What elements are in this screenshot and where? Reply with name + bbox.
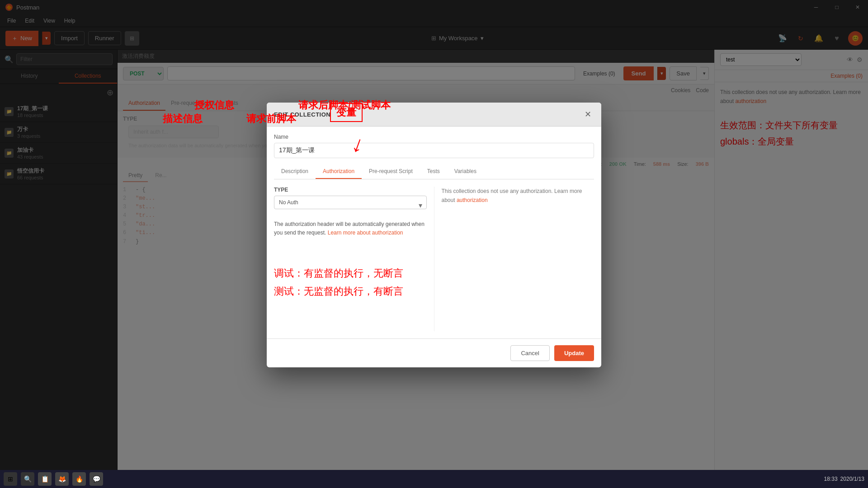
search-taskbar-icon[interactable]: 🔍 xyxy=(21,472,34,486)
edit-collection-modal: EDIT COLLECTION ✕ Name Description Autho… xyxy=(267,103,601,367)
modal-title: EDIT COLLECTION xyxy=(274,111,330,118)
type-select-wrapper: No Auth Basic Auth Bearer Token OAuth 2.… xyxy=(274,196,427,215)
name-label: Name xyxy=(274,134,594,140)
windows-icon[interactable]: ⊞ xyxy=(4,472,17,486)
modal-tab-prerequest[interactable]: Pre-request Script xyxy=(362,164,420,179)
taskbar-right: 18:33 2020/1/13 xyxy=(824,476,864,482)
modal-footer: Cancel Update xyxy=(267,338,601,367)
modal-tab-variables[interactable]: Variables xyxy=(447,164,484,179)
taskbar-app-1[interactable]: 📋 xyxy=(38,472,52,486)
modal-tabs: Description Authorization Pre-request Sc… xyxy=(274,164,594,179)
modal-header: EDIT COLLECTION ✕ xyxy=(267,103,601,127)
modal-right-panel: This collection does not use any authori… xyxy=(434,187,594,331)
taskbar-app-3[interactable]: 🔥 xyxy=(72,472,86,486)
update-button[interactable]: Update xyxy=(554,345,594,361)
annotation-debug: 调试：有监督的执行，无断言 xyxy=(274,264,427,282)
modal-close-button[interactable]: ✕ xyxy=(581,108,594,121)
modal-content-split: TYPE No Auth Basic Auth Bearer Token OAu… xyxy=(274,187,594,331)
learn-more-link[interactable]: Learn more about authorization xyxy=(328,230,403,236)
auth-type-select[interactable]: No Auth Basic Auth Bearer Token OAuth 2.… xyxy=(274,196,427,209)
modal-right-text: This collection does not use any authori… xyxy=(442,187,594,205)
type-label: TYPE xyxy=(274,187,427,193)
taskbar-date: 2020/1/13 xyxy=(840,476,864,482)
modal-tab-description[interactable]: Description xyxy=(274,164,316,179)
auth-helper-text: The authorization header will be automat… xyxy=(274,220,427,237)
annotation-test: 测试：无监督的执行，有断言 xyxy=(274,282,427,300)
modal-left-panel: TYPE No Auth Basic Auth Bearer Token OAu… xyxy=(274,187,434,331)
cancel-button[interactable]: Cancel xyxy=(510,345,549,361)
taskbar: ⊞ 🔍 📋 🦊 🔥 💬 18:33 2020/1/13 xyxy=(0,470,868,488)
taskbar-app-2[interactable]: 🦊 xyxy=(55,472,69,486)
taskbar-app-4[interactable]: 💬 xyxy=(90,472,103,486)
modal-body: Name Description Authorization Pre-reque… xyxy=(267,127,601,338)
modal-tab-tests[interactable]: Tests xyxy=(420,164,447,179)
collection-name-input[interactable] xyxy=(274,143,594,158)
annotation-debug-test: 调试：有监督的执行，无断言 测试：无监督的执行，有断言 xyxy=(274,264,427,300)
modal-overlay[interactable]: EDIT COLLECTION ✕ Name Description Autho… xyxy=(0,0,868,470)
taskbar-time: 18:33 xyxy=(824,476,838,482)
modal-tab-authorization[interactable]: Authorization xyxy=(316,164,362,179)
modal-auth-link[interactable]: authorization xyxy=(457,197,488,203)
taskbar-apps: ⊞ 🔍 📋 🦊 🔥 💬 xyxy=(4,472,103,486)
